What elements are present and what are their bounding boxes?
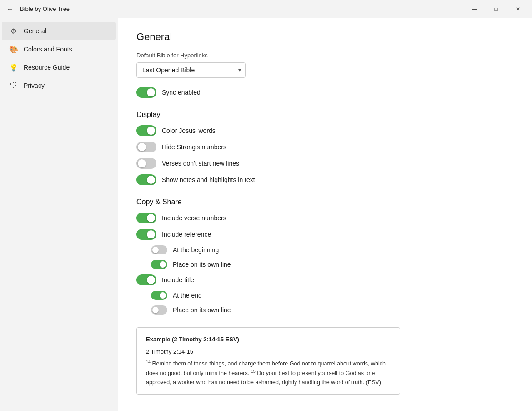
place-own-line-title-thumb [152,307,159,313]
at-end-thumb [160,292,166,299]
default-bible-select[interactable]: Last Opened BibleESVNIVKJVNASB [136,62,246,78]
hide-strongs-label: Hide Strong's numbers [162,143,226,151]
app-body: ⚙ General 🎨 Colors and Fonts 💡 Resource … [0,18,532,411]
show-notes-row: Show notes and highlights in text [136,174,514,185]
sidebar-item-label-colors-fonts: Colors and Fonts [24,46,72,53]
at-beginning-thumb [152,247,159,253]
example-title: Example (2 Timothy 2:14-15 ESV) [146,335,391,345]
sidebar: ⚙ General 🎨 Colors and Fonts 💡 Resource … [0,18,118,411]
gear-icon: ⚙ [9,26,18,36]
sync-label: Sync enabled [162,89,201,96]
include-title-row: Include title [136,274,514,285]
verses-newlines-thumb [138,159,146,167]
color-jesus-label: Color Jesus' words [162,127,216,134]
default-bible-dropdown-wrapper: Last Opened BibleESVNIVKJVNASB ▾ [136,62,246,78]
include-title-toggle[interactable] [136,274,156,285]
minimize-button[interactable]: — [464,2,485,16]
titlebar: ← Bible by Olive Tree — □ ✕ [0,0,532,18]
include-title-thumb [147,276,155,284]
place-own-line-ref-label: Place on its own line [173,261,231,268]
place-own-line-ref-row: Place on its own line [151,260,514,269]
color-jesus-thumb [147,127,155,135]
sync-toggle[interactable] [136,87,156,98]
include-reference-label: Include reference [162,231,211,238]
sidebar-item-label-general: General [24,27,46,35]
include-verse-numbers-row: Include verse numbers [136,213,514,223]
titlebar-left: ← Bible by Olive Tree [4,3,70,15]
include-verse-numbers-label: Include verse numbers [162,214,226,222]
back-icon: ← [7,5,13,13]
place-own-line-title-row: Place on its own line [151,305,514,315]
shield-icon: 🛡 [9,81,18,90]
palette-icon: 🎨 [9,45,18,54]
sidebar-item-general[interactable]: ⚙ General [2,22,116,40]
copy-share-section-title: Copy & Share [136,198,514,206]
close-button[interactable]: ✕ [507,2,528,16]
at-beginning-row: At the beginning [151,245,514,254]
include-verse-numbers-toggle[interactable] [136,213,156,223]
place-own-line-title-toggle[interactable] [151,305,167,315]
display-section-title: Display [136,111,514,119]
verses-newlines-label: Verses don't start new lines [162,160,239,167]
sidebar-item-label-privacy: Privacy [24,82,45,89]
back-button[interactable]: ← [4,3,16,15]
verse-num-1: 14 [146,360,151,364]
at-beginning-label: At the beginning [173,246,219,254]
at-end-row: At the end [151,291,514,300]
show-notes-label: Show notes and highlights in text [162,176,255,183]
sync-toggle-thumb [147,88,155,96]
sync-row: Sync enabled [136,87,514,98]
place-own-line-title-label: Place on its own line [173,306,231,314]
show-notes-thumb [147,176,155,184]
place-own-line-ref-toggle[interactable] [151,260,167,269]
default-bible-field: Default Bible for Hyperlinks Last Opened… [136,52,514,78]
titlebar-title: Bible by Olive Tree [20,5,70,12]
titlebar-controls: — □ ✕ [464,2,528,16]
color-jesus-row: Color Jesus' words [136,125,514,136]
main-panel: General Default Bible for Hyperlinks Las… [118,18,532,411]
include-title-label: Include title [162,276,194,284]
sidebar-item-label-resource-guide: Resource Guide [24,64,70,71]
color-jesus-toggle[interactable] [136,125,156,136]
sidebar-item-resource-guide[interactable]: 💡 Resource Guide [2,58,116,76]
hide-strongs-row: Hide Strong's numbers [136,142,514,152]
example-ref: 2 Timothy 2:14-15 [146,347,391,357]
default-bible-label: Default Bible for Hyperlinks [136,52,514,59]
show-notes-toggle[interactable] [136,174,156,185]
at-beginning-toggle[interactable] [151,245,167,254]
example-box: Example (2 Timothy 2:14-15 ESV) 2 Timoth… [136,327,400,395]
page-title: General [136,31,514,43]
at-end-toggle[interactable] [151,291,167,300]
maximize-button[interactable]: □ [486,2,507,16]
lightbulb-icon: 💡 [9,63,18,72]
example-text: 14 Remind them of these things, and char… [146,359,391,387]
include-reference-row: Include reference [136,229,514,240]
verses-newlines-toggle[interactable] [136,158,156,169]
place-own-line-ref-thumb [160,261,166,268]
hide-strongs-thumb [138,143,146,151]
verses-newlines-row: Verses don't start new lines [136,158,514,169]
at-end-label: At the end [173,292,202,299]
sidebar-item-privacy[interactable]: 🛡 Privacy [2,76,116,95]
verse-num-2: 15 [251,369,256,374]
include-reference-thumb [147,230,155,238]
sidebar-item-colors-fonts[interactable]: 🎨 Colors and Fonts [2,40,116,58]
hide-strongs-toggle[interactable] [136,142,156,152]
include-reference-toggle[interactable] [136,229,156,240]
include-verse-numbers-thumb [147,214,155,222]
